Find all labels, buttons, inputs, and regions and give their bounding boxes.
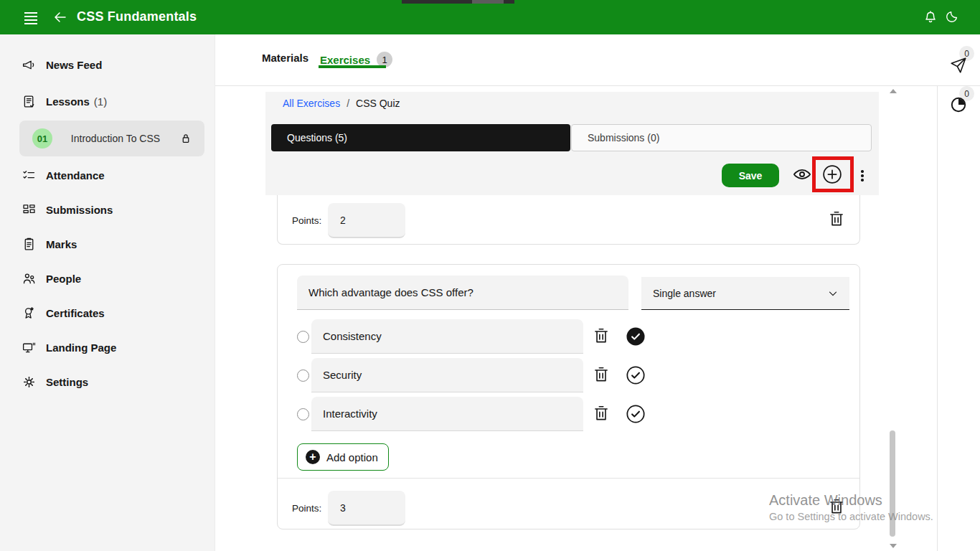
add-option-button[interactable]: + Add option: [297, 443, 389, 471]
points-label: Points:: [292, 215, 321, 226]
option-text-input[interactable]: [311, 397, 583, 431]
question-text-input[interactable]: [297, 276, 628, 310]
sidebar-item-people[interactable]: People: [0, 270, 215, 287]
sidebar-item-marks[interactable]: Marks: [0, 235, 215, 253]
marks-clipboard-icon: [22, 237, 37, 252]
sidebar-item-news-feed[interactable]: News Feed: [0, 56, 215, 73]
megaphone-icon: [22, 57, 37, 72]
mark-correct-button[interactable]: [626, 326, 646, 347]
statistics-button[interactable]: [948, 95, 969, 116]
active-tab-underline: [319, 65, 386, 68]
app-header: CSS Fundamentals: [0, 0, 980, 34]
submissions-grid-icon: [22, 202, 37, 217]
sidebar-item-settings[interactable]: Settings: [0, 373, 215, 390]
preview-button[interactable]: [791, 164, 813, 186]
lock-icon: [179, 131, 193, 146]
attendance-checklist-icon: [22, 168, 37, 183]
points-input[interactable]: [328, 491, 405, 526]
plus-circle-icon: [821, 164, 843, 185]
sidebar-item-lessons[interactable]: Lessons (1): [0, 93, 215, 110]
option-text-input[interactable]: [311, 358, 583, 392]
sidebar-item-submissions[interactable]: Submissions: [0, 201, 215, 218]
check-circle-icon: [626, 404, 646, 424]
kebab-menu-icon: [852, 170, 873, 182]
check-circle-icon: [626, 365, 646, 385]
sidebar-item-certificates[interactable]: Certificates: [0, 304, 215, 321]
delete-question-button[interactable]: [827, 497, 846, 517]
plus-icon: +: [306, 450, 320, 464]
points-label: Points:: [292, 503, 321, 514]
eye-icon: [792, 164, 812, 184]
course-tab-bar: Materials Exercises 1: [215, 34, 980, 86]
lessons-notebook-icon: [22, 94, 37, 109]
sidebar-item-landing-page[interactable]: Landing Page: [0, 339, 215, 356]
publish-send-button[interactable]: [948, 56, 969, 76]
moon-icon: [944, 9, 960, 24]
delete-option-button[interactable]: [592, 326, 611, 347]
save-button[interactable]: Save: [722, 164, 779, 187]
trash-icon: [592, 365, 611, 384]
notifications-button[interactable]: [921, 8, 940, 27]
people-icon: [22, 271, 37, 286]
exercise-panel: All Exercises / CSS Quiz Questions (5) S…: [265, 92, 879, 195]
more-options-button[interactable]: [852, 165, 873, 187]
dark-mode-toggle[interactable]: [943, 8, 961, 27]
option-radio[interactable]: [297, 408, 309, 420]
screen-capture-artifact: [402, 0, 514, 4]
breadcrumb-separator: /: [347, 98, 349, 109]
scroll-up-arrow[interactable]: [890, 89, 897, 93]
certificate-medal-icon: [22, 306, 37, 321]
tab-materials[interactable]: Materials: [260, 47, 310, 68]
delete-option-button[interactable]: [592, 365, 611, 385]
app-root: CSS Fundamentals News Feed: [0, 0, 980, 551]
landing-page-monitor-icon: [22, 340, 37, 355]
points-input[interactable]: [328, 203, 405, 238]
tab-questions[interactable]: Questions (5): [271, 124, 570, 151]
option-radio[interactable]: [297, 369, 309, 382]
mark-correct-button[interactable]: [626, 404, 646, 424]
pie-chart-icon: [949, 95, 968, 114]
question-card-previous: Points:: [277, 195, 860, 245]
breadcrumb-current: CSS Quiz: [356, 98, 400, 109]
delete-question-button[interactable]: [827, 209, 846, 230]
paper-plane-icon: [949, 56, 968, 75]
course-title: CSS Fundamentals: [77, 9, 197, 24]
option-text-input[interactable]: [311, 319, 583, 354]
trash-icon: [592, 404, 611, 423]
answer-type-dropdown[interactable]: Single answer: [641, 277, 849, 310]
trash-icon: [592, 326, 611, 345]
card-divider: [278, 478, 859, 479]
trash-icon: [827, 497, 846, 516]
back-button[interactable]: [52, 9, 69, 26]
sidebar-item-attendance[interactable]: Attendance: [0, 166, 215, 184]
scrollbar-thumb[interactable]: [890, 430, 895, 537]
delete-option-button[interactable]: [592, 404, 611, 424]
trash-icon: [827, 209, 846, 228]
lesson-number-badge: 01: [32, 128, 52, 149]
breadcrumb: All Exercises / CSS Quiz: [283, 96, 400, 110]
tab-submissions[interactable]: Submissions (0): [571, 124, 872, 151]
question-card: Single answer: [277, 264, 860, 529]
breadcrumb-all-exercises-link[interactable]: All Exercises: [283, 98, 340, 109]
sidebar: News Feed Lessons (1) + 01 Introduction …: [0, 34, 215, 551]
bell-icon: [922, 8, 939, 25]
check-circle-icon: [626, 326, 646, 347]
mark-correct-button[interactable]: [626, 365, 646, 385]
sidebar-lesson-introduction-to-css[interactable]: 01 Introduction To CSS: [19, 121, 204, 156]
scroll-down-arrow[interactable]: [890, 544, 897, 548]
gear-icon: [22, 375, 37, 390]
right-rail-divider: [937, 86, 938, 551]
menu-hamburger-button[interactable]: [24, 10, 40, 24]
option-radio[interactable]: [297, 331, 309, 343]
add-question-button[interactable]: [821, 164, 843, 185]
back-arrow-icon: [52, 9, 69, 26]
chevron-down-icon: [826, 287, 839, 300]
